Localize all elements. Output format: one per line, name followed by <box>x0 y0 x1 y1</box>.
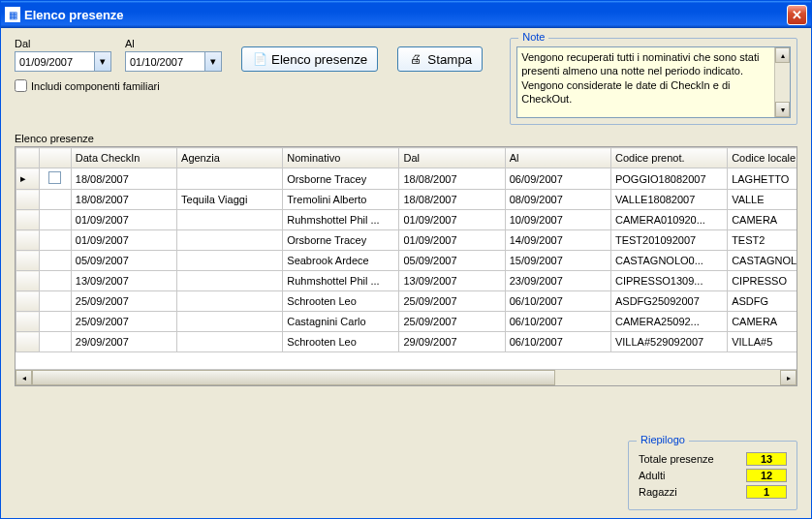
table-row[interactable]: 29/09/2007Schrooten Leo29/09/200706/10/2… <box>16 332 797 352</box>
checkbox-icon[interactable] <box>48 171 61 184</box>
cell-dal[interactable]: 18/08/2007 <box>399 168 505 190</box>
includi-checkbox[interactable] <box>15 79 27 92</box>
cell-al[interactable]: 23/09/2007 <box>505 271 610 291</box>
row-header[interactable] <box>16 210 40 230</box>
cell-al[interactable]: 10/09/2007 <box>505 210 610 230</box>
cell-al[interactable]: 14/09/2007 <box>505 230 610 251</box>
col-codprenot[interactable]: Codice prenot. <box>610 148 727 168</box>
cell-codprenot[interactable]: POGGIO18082007 <box>610 168 727 190</box>
cell-checkin[interactable]: 25/09/2007 <box>71 312 176 332</box>
grid-viewport[interactable]: Data CheckIn Agenzia Nominativo Dal Al C… <box>16 147 796 369</box>
scroll-left-icon[interactable]: ◂ <box>16 370 32 385</box>
check-header[interactable] <box>40 148 72 168</box>
cell-dal[interactable]: 01/09/2007 <box>399 210 505 230</box>
cell-codlocale[interactable]: CAMERA <box>728 210 796 230</box>
row-checkbox-cell[interactable] <box>40 230 72 251</box>
cell-dal[interactable]: 13/09/2007 <box>399 271 505 291</box>
chevron-down-icon[interactable]: ▾ <box>94 52 110 71</box>
cell-nominativo[interactable]: Schrooten Leo <box>283 332 399 352</box>
cell-nominativo[interactable]: Tremolini Alberto <box>283 190 399 210</box>
h-scroll-thumb[interactable] <box>32 370 555 385</box>
cell-al[interactable]: 06/10/2007 <box>505 312 610 332</box>
cell-codprenot[interactable]: CIPRESSO1309... <box>610 271 727 291</box>
table-row[interactable]: 05/09/2007Seabrook Ardece05/09/200715/09… <box>16 251 797 271</box>
elenco-presenze-button[interactable]: 📄 Elenco presenze <box>241 46 378 72</box>
cell-codlocale[interactable]: LAGHETTO <box>728 168 796 190</box>
cell-checkin[interactable]: 01/09/2007 <box>71 210 176 230</box>
cell-codprenot[interactable]: VALLE18082007 <box>610 190 727 210</box>
cell-nominativo[interactable]: Orsborne Tracey <box>283 230 399 251</box>
col-codlocale[interactable]: Codice locale <box>728 148 796 168</box>
cell-agenzia[interactable] <box>177 210 283 230</box>
cell-codlocale[interactable]: CAMERA <box>728 312 796 332</box>
row-checkbox-cell[interactable] <box>40 168 72 190</box>
row-header-corner[interactable] <box>16 148 40 168</box>
cell-codlocale[interactable]: VILLA#5 <box>728 332 796 352</box>
row-header[interactable] <box>16 251 40 271</box>
cell-al[interactable]: 15/09/2007 <box>505 251 610 271</box>
cell-codprenot[interactable]: CAMERA25092... <box>610 312 727 332</box>
row-header[interactable] <box>16 271 40 291</box>
cell-codprenot[interactable]: CASTAGNOLO0... <box>610 251 727 271</box>
cell-al[interactable]: 06/10/2007 <box>505 332 610 352</box>
cell-agenzia[interactable] <box>177 291 283 312</box>
col-checkin[interactable]: Data CheckIn <box>71 148 176 168</box>
row-header[interactable] <box>16 230 40 251</box>
cell-checkin[interactable]: 18/08/2007 <box>71 168 176 190</box>
cell-nominativo[interactable]: Seabrook Ardece <box>283 251 399 271</box>
cell-codlocale[interactable]: ASDFG <box>728 291 796 312</box>
scroll-right-icon[interactable]: ▸ <box>780 370 796 385</box>
cell-agenzia[interactable]: Tequila Viaggi <box>177 190 283 210</box>
table-row[interactable]: 13/09/2007Ruhmshottel Phil ...13/09/2007… <box>16 271 797 291</box>
cell-codprenot[interactable]: VILLA#529092007 <box>610 332 727 352</box>
col-dal[interactable]: Dal <box>399 148 505 168</box>
cell-codlocale[interactable]: TEST2 <box>728 230 796 251</box>
cell-al[interactable]: 06/10/2007 <box>505 291 610 312</box>
cell-checkin[interactable]: 13/09/2007 <box>71 271 176 291</box>
table-row[interactable]: ▸18/08/2007Orsborne Tracey18/08/200706/0… <box>16 168 797 190</box>
cell-agenzia[interactable] <box>177 168 283 190</box>
cell-checkin[interactable]: 05/09/2007 <box>71 251 176 271</box>
close-button[interactable]: ✕ <box>787 5 807 25</box>
col-nominativo[interactable]: Nominativo <box>283 148 399 168</box>
cell-codprenot[interactable]: TEST201092007 <box>610 230 727 251</box>
cell-dal[interactable]: 25/09/2007 <box>399 291 505 312</box>
horizontal-scrollbar[interactable]: ◂ ▸ <box>16 369 796 385</box>
cell-agenzia[interactable] <box>177 271 283 291</box>
row-header[interactable] <box>16 291 40 312</box>
cell-agenzia[interactable] <box>177 312 283 332</box>
cell-nominativo[interactable]: Castagnini Carlo <box>283 312 399 332</box>
note-scrollbar[interactable]: ▴ ▾ <box>774 47 790 117</box>
al-input[interactable]: 01/10/2007 ▾ <box>125 51 222 72</box>
scroll-up-icon[interactable]: ▴ <box>775 47 790 63</box>
row-header[interactable] <box>16 190 40 210</box>
cell-dal[interactable]: 29/09/2007 <box>399 332 505 352</box>
row-checkbox-cell[interactable] <box>40 271 72 291</box>
scroll-down-icon[interactable]: ▾ <box>775 102 790 117</box>
cell-dal[interactable]: 18/08/2007 <box>399 190 505 210</box>
cell-al[interactable]: 06/09/2007 <box>505 168 610 190</box>
cell-dal[interactable]: 05/09/2007 <box>399 251 505 271</box>
row-checkbox-cell[interactable] <box>40 291 72 312</box>
cell-al[interactable]: 08/09/2007 <box>505 190 610 210</box>
stampa-button[interactable]: 🖨 Stampa <box>397 46 483 72</box>
cell-nominativo[interactable]: Schrooten Leo <box>283 291 399 312</box>
row-checkbox-cell[interactable] <box>40 251 72 271</box>
cell-agenzia[interactable] <box>177 230 283 251</box>
row-checkbox-cell[interactable] <box>40 190 72 210</box>
cell-codlocale[interactable]: CASTAGNOLO <box>728 251 796 271</box>
cell-agenzia[interactable] <box>177 251 283 271</box>
cell-checkin[interactable]: 29/09/2007 <box>71 332 176 352</box>
cell-checkin[interactable]: 25/09/2007 <box>71 291 176 312</box>
col-agenzia[interactable]: Agenzia <box>177 148 283 168</box>
cell-checkin[interactable]: 18/08/2007 <box>71 190 176 210</box>
cell-agenzia[interactable] <box>177 332 283 352</box>
cell-nominativo[interactable]: Orsborne Tracey <box>283 168 399 190</box>
cell-codprenot[interactable]: ASDFG25092007 <box>610 291 727 312</box>
cell-checkin[interactable]: 01/09/2007 <box>71 230 176 251</box>
cell-codlocale[interactable]: VALLE <box>728 190 796 210</box>
table-row[interactable]: 25/09/2007Castagnini Carlo25/09/200706/1… <box>16 312 797 332</box>
cell-dal[interactable]: 25/09/2007 <box>399 312 505 332</box>
cell-codprenot[interactable]: CAMERA010920... <box>610 210 727 230</box>
table-row[interactable]: 01/09/2007Orsborne Tracey01/09/200714/09… <box>16 230 797 251</box>
